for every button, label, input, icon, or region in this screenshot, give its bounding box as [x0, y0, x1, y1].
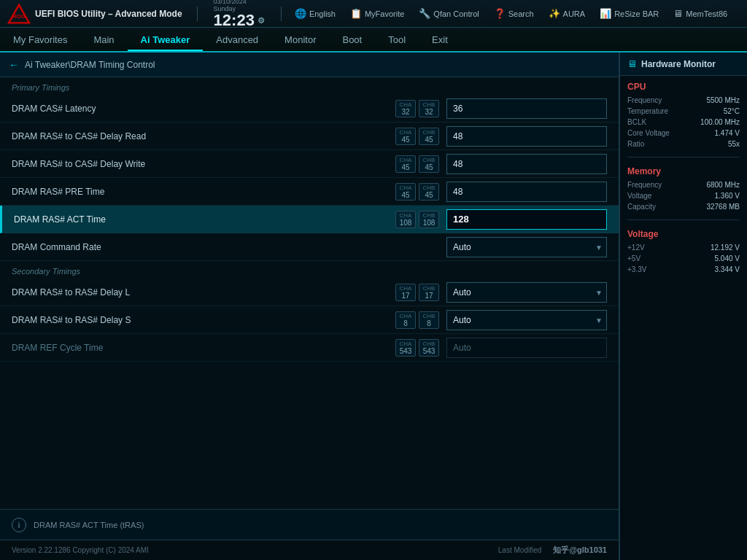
rog-logo-icon: ROG [7, 4, 31, 24]
hw-12v-label: +12V [627, 244, 645, 252]
hw-33v-value: 3.344 V [715, 265, 740, 273]
setting-name-ras-cas-read: DRAM RAS# to CAS# Delay Read [12, 131, 395, 141]
cas-latency-input[interactable] [446, 98, 607, 119]
setting-row-ras-pre[interactable]: DRAM RAS# PRE Time CHA 45 CHB 45 [0, 178, 619, 206]
monitor-icon: 🖥 [627, 58, 637, 69]
fan-icon: 🔧 [419, 8, 430, 19]
hw-voltage-title: Voltage [627, 229, 740, 239]
setting-row-ras-cas-read[interactable]: DRAM RAS# to CAS# Delay Read CHA 45 CHB … [0, 122, 619, 150]
nav-monitor[interactable]: Monitor [271, 28, 329, 51]
left-panel: ← Ai Tweaker\DRAM Timing Control Primary… [0, 52, 619, 560]
cha-badge-ras-pre: CHA 45 [395, 183, 416, 201]
topbar-qfan[interactable]: 🔧 Qfan Control [414, 7, 483, 20]
cha-badge-cas: CHA 32 [395, 100, 416, 117]
setting-row-cmd-rate[interactable]: DRAM Command Rate Auto 1N 2N ▼ [0, 233, 619, 261]
topbar-resizebar-label: ReSize BAR [614, 9, 659, 18]
channel-badges-ras-pre: CHA 45 CHB 45 [395, 183, 439, 201]
setting-value-cas[interactable] [446, 98, 607, 119]
hw-mem-freq-label: Frequency [627, 181, 662, 189]
hw-divider-1 [627, 157, 740, 158]
cmd-rate-select[interactable]: Auto 1N 2N [446, 237, 607, 257]
nav-exit[interactable]: Exit [419, 28, 461, 51]
setting-name-ras-ras-l: DRAM RAS# to RAS# Delay L [12, 287, 395, 298]
cha-badge-ras-ras-l: CHA 17 [395, 284, 416, 301]
topbar-divider-2 [281, 7, 282, 21]
topbar-english[interactable]: 🌐 English [290, 7, 340, 20]
hw-memory-section: Memory Frequency 6800 MHz Voltage 1.360 … [620, 160, 747, 217]
nav-advanced[interactable]: Advanced [203, 28, 271, 51]
ras-cas-write-input[interactable] [446, 154, 607, 174]
chb-badge-ras-ras-l: CHB 17 [419, 284, 439, 301]
topbar-resizebar[interactable]: 📊 ReSize BAR [595, 7, 663, 20]
ras-act-input[interactable] [446, 209, 607, 230]
topbar-myfavorite[interactable]: 📋 MyFavorite [346, 7, 409, 20]
nav-tool[interactable]: Tool [375, 28, 419, 51]
hw-mem-cap-label: Capacity [627, 203, 656, 211]
cha-badge-ras-ras-s: CHA 8 [395, 311, 416, 329]
setting-row-cas-latency[interactable]: DRAM CAS# Latency CHA 32 CHB 32 [0, 95, 619, 122]
setting-value-ras-act[interactable] [446, 209, 607, 230]
hw-mem-cap-row: Capacity 32768 MB [627, 203, 740, 211]
hw-cpu-vcore-label: Core Voltage [627, 129, 670, 137]
setting-value-ras-write[interactable] [446, 154, 607, 174]
nav-my-favorites[interactable]: My Favorites [0, 28, 80, 51]
nav-ai-tweaker[interactable]: Ai Tweaker [128, 28, 204, 51]
svg-text:ROG: ROG [12, 13, 26, 20]
topbar-qfan-label: Qfan Control [433, 9, 479, 18]
setting-value-ras-pre[interactable] [446, 182, 607, 202]
hw-voltage-section: Voltage +12V 12.192 V +5V 5.040 V +3.3V … [620, 223, 747, 279]
breadcrumb-bar: ← Ai Tweaker\DRAM Timing Control [0, 52, 619, 77]
hw-cpu-freq-label: Frequency [627, 96, 662, 104]
setting-name-ras-cas-write: DRAM RAS# to CAS# Delay Write [12, 159, 395, 169]
ras-ras-l-select[interactable]: Auto [446, 282, 607, 303]
setting-row-ras-act[interactable]: DRAM RAS# ACT Time CHA 108 CHB 108 [0, 206, 619, 233]
bios-title: UEFI BIOS Utility – Advanced Mode [35, 9, 182, 19]
back-button[interactable]: ← [9, 59, 19, 71]
setting-name-cas-latency: DRAM CAS# Latency [12, 104, 395, 114]
ras-ras-s-select-wrapper: Auto ▼ [446, 310, 607, 330]
setting-name-ras-pre: DRAM RAS# PRE Time [12, 187, 395, 197]
hw-cpu-bclk-label: BCLK [627, 118, 646, 126]
settings-icon[interactable]: ⚙ [258, 17, 265, 25]
topbar-memtest-label: MemTest86 [686, 9, 727, 18]
globe-icon: 🌐 [295, 8, 306, 19]
topbar-myfavorite-label: MyFavorite [365, 9, 404, 18]
hw-cpu-vcore-row: Core Voltage 1.474 V [627, 129, 740, 137]
setting-row-ras-cas-write[interactable]: DRAM RAS# to CAS# Delay Write CHA 45 CHB… [0, 150, 619, 178]
chb-badge-ras-read: CHB 45 [419, 128, 439, 145]
cha-badge-ras-write: CHA 45 [395, 155, 416, 173]
datetime-area: 03/10/2024Sunday 12:23 ⚙ [214, 0, 265, 28]
hw-cpu-ratio-label: Ratio [627, 140, 644, 148]
setting-row-ras-ras-l[interactable]: DRAM RAS# to RAS# Delay L CHA 17 CHB 17 [0, 279, 619, 306]
hw-cpu-bclk-row: BCLK 100.00 MHz [627, 118, 740, 126]
topbar-aura[interactable]: ✨ AURA [544, 7, 590, 20]
ras-pre-input[interactable] [446, 182, 607, 202]
hw-cpu-freq-value: 5500 MHz [706, 96, 740, 104]
setting-value-ras-read[interactable] [446, 126, 607, 147]
footer-right: Last Modified 知乎@glb1031 [498, 545, 607, 556]
setting-value-ras-ras-l[interactable]: Auto ▼ [446, 282, 607, 303]
hw-mem-volt-label: Voltage [627, 192, 651, 200]
topbar-search[interactable]: ❓ Search [489, 7, 538, 20]
aura-icon: ✨ [549, 8, 560, 19]
channel-badges-ras-ras-s: CHA 8 CHB 8 [395, 311, 439, 329]
nav-bar: My Favorites Main Ai Tweaker Advanced Mo… [0, 28, 747, 52]
channel-badges-ras-act: CHA 108 CHB 108 [395, 211, 439, 228]
hw-cpu-freq-row: Frequency 5500 MHz [627, 96, 740, 104]
setting-row-ras-ras-s[interactable]: DRAM RAS# to RAS# Delay S CHA 8 CHB 8 [0, 306, 619, 334]
info-icon: i [12, 518, 26, 532]
topbar-memtest[interactable]: 🖥 MemTest86 [669, 7, 732, 20]
resizebar-icon: 📊 [600, 8, 611, 19]
chb-badge-ras-ras-s: CHB 8 [419, 311, 439, 329]
watermark-text: 知乎@glb1031 [553, 545, 607, 556]
nav-main[interactable]: Main [80, 28, 127, 51]
setting-value-cmd-rate[interactable]: Auto 1N 2N ▼ [446, 237, 607, 257]
hw-5v-row: +5V 5.040 V [627, 254, 740, 262]
setting-value-ras-ras-s[interactable]: Auto ▼ [446, 310, 607, 330]
setting-value-ref-cycle [446, 338, 607, 358]
topbar-aura-label: AURA [563, 9, 586, 18]
channel-badges-cas: CHA 32 CHB 32 [395, 100, 439, 117]
ras-ras-s-select[interactable]: Auto [446, 310, 607, 330]
nav-boot[interactable]: Boot [329, 28, 375, 51]
ras-cas-read-input[interactable] [446, 126, 607, 147]
